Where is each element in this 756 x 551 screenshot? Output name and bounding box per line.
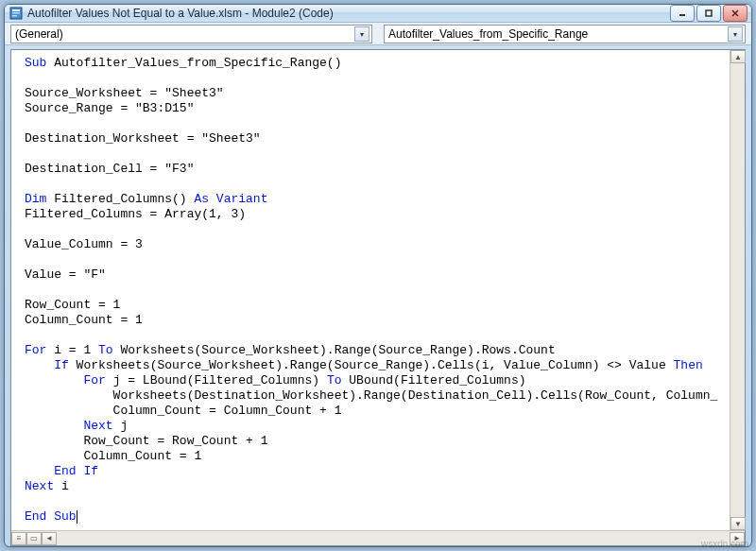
window-title: Autofilter Values Not Equal to a Value.x… <box>27 7 670 20</box>
chevron-down-icon: ▾ <box>728 26 743 42</box>
window-controls <box>670 5 747 22</box>
svg-rect-2 <box>12 12 20 14</box>
horizontal-scrollbar[interactable]: ≡ ▭ ◄ ► <box>11 530 745 545</box>
procedure-dropdown[interactable]: Autofilter_Values_from_Specific_Range ▾ <box>384 25 746 43</box>
titlebar: Autofilter Values Not Equal to a Value.x… <box>5 5 751 23</box>
text-cursor <box>77 510 77 524</box>
full-module-view-button[interactable]: ≡ <box>11 532 26 545</box>
scroll-up-button[interactable]: ▲ <box>730 50 746 63</box>
chevron-down-icon: ▾ <box>354 26 369 42</box>
svg-rect-4 <box>679 14 685 16</box>
svg-rect-1 <box>12 9 20 11</box>
app-icon <box>9 6 24 21</box>
procedure-dropdown-value: Autofilter_Values_from_Specific_Range <box>388 27 588 41</box>
scroll-left-button[interactable]: ◄ <box>42 532 57 545</box>
svg-rect-5 <box>706 10 712 16</box>
scroll-track[interactable] <box>730 63 745 517</box>
vba-code-window: Autofilter Values Not Equal to a Value.x… <box>4 4 752 547</box>
code-editor[interactable]: Sub Autofilter_Values_from_Specific_Rang… <box>11 50 745 530</box>
scroll-down-button[interactable]: ▼ <box>730 517 746 530</box>
close-button[interactable] <box>723 5 747 22</box>
object-dropdown-value: (General) <box>15 27 63 41</box>
code-frame: Sub Autofilter_Values_from_Specific_Rang… <box>10 49 746 546</box>
maximize-button[interactable] <box>696 5 721 22</box>
scroll-track[interactable] <box>57 532 730 545</box>
svg-rect-3 <box>12 15 17 17</box>
object-dropdown[interactable]: (General) ▾ <box>10 25 372 43</box>
vertical-scrollbar[interactable]: ▲ ▼ <box>730 50 745 530</box>
procedure-view-button[interactable]: ▭ <box>26 532 42 545</box>
dropdown-bar: (General) ▾ Autofilter_Values_from_Speci… <box>5 23 751 45</box>
minimize-button[interactable] <box>670 5 695 22</box>
scroll-right-button[interactable]: ► <box>730 532 745 545</box>
